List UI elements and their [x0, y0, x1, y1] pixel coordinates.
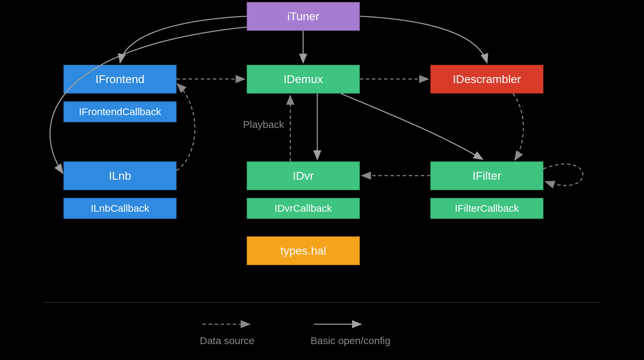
node-typeshal: types.hal — [247, 236, 360, 265]
node-ifilter: IFilter — [430, 161, 543, 190]
node-ituner: iTuner — [247, 2, 360, 31]
legend-divider — [44, 302, 600, 303]
node-ifiltercallback: IFilterCallback — [430, 198, 543, 219]
node-ilnbcallback: ILnbCallback — [63, 198, 177, 219]
label-playback: Playback — [243, 119, 284, 130]
node-ifrontend: IFrontend — [63, 65, 177, 94]
legend-basic-open-label: Basic open/config — [311, 335, 391, 346]
node-ifrontendcallback: IFrontendCallback — [63, 101, 177, 122]
node-idvrcallback: IDvrCallback — [247, 198, 360, 219]
legend-data-source-label: Data source — [200, 335, 254, 346]
node-idescrambler: IDescrambler — [430, 65, 543, 94]
node-ilnb: ILnb — [63, 161, 177, 190]
node-idvr: IDvr — [247, 161, 360, 190]
node-idemux: IDemux — [247, 65, 360, 94]
diagram-canvas: iTuner IFrontend IFrontendCallback ILnb … — [0, 0, 644, 360]
